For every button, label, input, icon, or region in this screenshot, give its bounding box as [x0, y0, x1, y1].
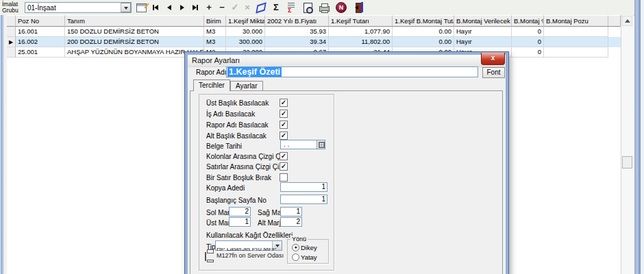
row-selector[interactable] [7, 27, 16, 37]
font-button[interactable]: Font [482, 67, 505, 78]
sum-icon[interactable]: Σ [270, 1, 282, 14]
orientation-groupbox: Yönü ● Dikey Yatay [287, 239, 329, 264]
tab-ayarlar[interactable]: Ayarlar [230, 81, 263, 90]
radio-dikey[interactable]: ● [292, 244, 299, 251]
brand-n-icon[interactable]: N [335, 1, 347, 14]
add-row-icon[interactable]: + [203, 1, 215, 14]
eraser-icon[interactable] [255, 1, 267, 14]
chevron-down-icon[interactable] [121, 3, 131, 12]
orientation-label: Yönü [290, 236, 308, 242]
column-header-bmontaj-tutari[interactable]: 1.Keşif B.Montaj Tutarı [393, 15, 454, 27]
margin-top-label: Üst Marj [206, 219, 232, 227]
margin-bottom-label: Alt Marj [258, 219, 281, 227]
check-label: İş Adı Basılacak [206, 110, 255, 118]
report-name-selected-text: 1.Keşif Özeti [227, 67, 282, 77]
margin-left-label: Sol Marj [206, 209, 232, 216]
grid-header-row: Poz No Tanım Birim 1.Keşif Miktarı 2002 … [7, 15, 621, 27]
selector-header [7, 15, 16, 27]
nav-last-icon[interactable] [189, 1, 201, 14]
dialog-title[interactable]: Rapor Ayarları [188, 55, 506, 67]
group-select-value: 01-İnşaat [27, 3, 56, 12]
tab-tercihler[interactable]: Tercihler [193, 79, 230, 91]
margin-top-input[interactable]: 1 [229, 217, 251, 227]
column-header-bmontaj-verilecek[interactable]: B.Montaj Verilecek mi ? [454, 15, 512, 27]
options-groupbox: Üst Başlık Basılacak ✓ İş Adı Basılacak … [199, 94, 334, 271]
check-label: Üst Başlık Basılacak [206, 99, 269, 107]
copies-input[interactable]: 1 [280, 182, 327, 192]
toolbar: İmalat Grubu 01-İnşaat + − ✓ × Σ Σ N [0, 0, 644, 16]
column-header-bmontaj-pozu[interactable]: B.Montaj Pozu [544, 15, 608, 27]
column-header-bfiyati[interactable]: 2002 Yılı B.Fiyatı [265, 15, 329, 27]
print-icon[interactable] [318, 1, 330, 14]
table-row[interactable]: 16.001 150 DOZLU DEMİRSİZ BETON M3 30.00… [7, 27, 621, 37]
margin-left-input[interactable]: 2 [229, 207, 251, 216]
check-label: Rapor Adı Basılacak [206, 121, 269, 129]
column-header-bmontaj-yuzde[interactable]: B.Montaj % [512, 15, 544, 27]
check-label: Alt Başlık Basılacak [206, 132, 267, 140]
app-window: İmalat Grubu 01-İnşaat + − ✓ × Σ Σ N [0, 0, 644, 274]
cancel-edit-icon[interactable]: × [241, 1, 253, 14]
column-header-pozno[interactable]: Poz No [16, 15, 65, 27]
calendar-icon[interactable] [317, 140, 325, 149]
close-icon[interactable]: x [481, 53, 505, 65]
post-edit-icon[interactable]: ✓ [229, 1, 241, 14]
checkbox-satir-cizgi[interactable]: ✓ [280, 162, 288, 171]
print-preview-icon[interactable] [301, 1, 314, 14]
report-settings-dialog: Rapor Ayarları x Rapor Adı 1.Keşif Özeti… [185, 52, 508, 274]
margin-right-input[interactable]: 1 [280, 207, 302, 216]
date-label: Belge Tarihi [206, 142, 242, 150]
checkbox-ust-baslik[interactable]: ✓ [280, 99, 288, 107]
window-border-right [634, 0, 641, 274]
checkbox-alt-baslik[interactable]: ✓ [280, 132, 288, 140]
checkbox-is-adi[interactable]: ✓ [280, 110, 288, 118]
check-label: Kolonlar Arasına Çizgi Çiz [206, 153, 286, 160]
properties-icon[interactable] [135, 1, 147, 14]
column-header-birim[interactable]: Birim [204, 15, 226, 27]
scroll-up-icon[interactable] [622, 16, 632, 26]
check-label: Satırlar Arasına Çizgi Çiz [206, 163, 282, 171]
radio-yatay[interactable] [292, 253, 299, 261]
nav-first-icon[interactable] [149, 1, 162, 14]
check-label: Bir Satır Boşluk Bırak [206, 174, 271, 182]
paper-section-label: Kullanılacak Kağıt Özellikleri [206, 232, 293, 239]
current-row-arrow-icon: ▶ [9, 39, 13, 45]
printer-name: HP LaserJet Pro MFP M127fn on Server Oda… [216, 248, 285, 262]
checkbox-rapor-adi[interactable]: ✓ [280, 121, 288, 129]
table-row-selected[interactable]: ▶ 16.002 200 DOZLU DEMİRSİZ BETON M3 300… [7, 37, 621, 47]
delete-row-icon[interactable]: − [216, 1, 228, 14]
row-selector[interactable] [7, 47, 16, 58]
group-label: İmalat Grubu [2, 1, 18, 14]
report-name-input[interactable]: 1.Keşif Özeti [226, 66, 478, 77]
grid-vertical-scrollbar[interactable] [621, 15, 633, 274]
row-selector-current[interactable]: ▶ [7, 37, 16, 47]
checkbox-kolon-cizgi[interactable]: ✓ [280, 152, 288, 160]
tab-page-tercihler: Üst Başlık Basılacak ✓ İş Adı Basılacak … [190, 90, 503, 274]
sum-settings-icon[interactable]: Σ [285, 1, 297, 14]
margin-bottom-input[interactable]: 2 [280, 217, 302, 227]
nav-prev-icon[interactable] [163, 1, 175, 14]
report-name-label: Rapor Adı [196, 68, 226, 76]
column-header-kesif-tutari[interactable]: 1.Keşif Tutarı [329, 15, 393, 27]
date-field[interactable]: . . [280, 140, 325, 149]
start-page-input[interactable]: 1 [280, 195, 327, 204]
nav-next-icon[interactable] [176, 1, 188, 14]
printer-icon [205, 253, 206, 260]
column-header-kesif-miktari[interactable]: 1.Keşif Miktarı [226, 15, 265, 27]
column-header-tanim[interactable]: Tanım [65, 15, 204, 27]
group-select[interactable]: 01-İnşaat [25, 2, 132, 13]
exit-icon[interactable] [351, 1, 364, 14]
checkbox-bosluk-birak[interactable] [280, 173, 288, 182]
scrollbar-thumb[interactable] [622, 156, 632, 169]
start-page-label: Başlangıç Sayfa No [206, 197, 267, 204]
copies-label: Kopya Adedi [206, 184, 245, 192]
